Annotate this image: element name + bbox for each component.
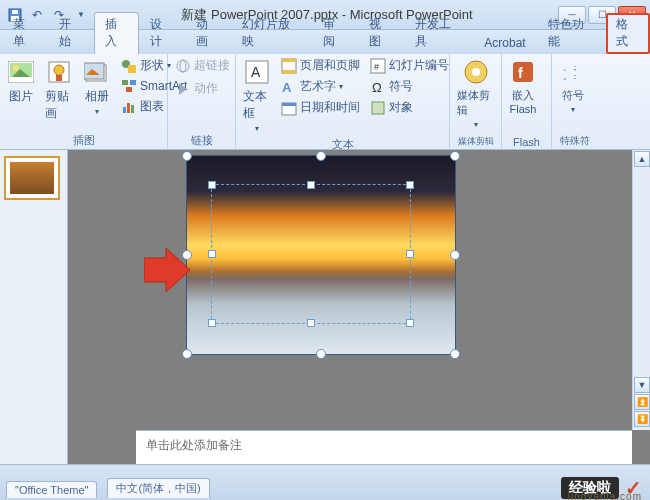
- svg-rect-38: [513, 62, 533, 82]
- red-arrow-annotation: [144, 248, 192, 292]
- status-theme: "Office Theme": [6, 481, 97, 498]
- chevron-down-icon: ▾: [95, 107, 99, 116]
- svg-text:Ω: Ω: [372, 80, 382, 95]
- slide-thumbnail-1[interactable]: [4, 156, 60, 200]
- svg-text:、；: 、；: [563, 63, 579, 72]
- group-symbols-label: 特殊符: [556, 132, 594, 149]
- vertical-scrollbar[interactable]: ▲ ▼ ⏫ ⏬: [632, 150, 650, 430]
- resize-handle-se[interactable]: [450, 349, 460, 359]
- clipart-icon: [45, 58, 73, 86]
- group-illustrations-label: 插图: [4, 131, 163, 149]
- picture-icon: [7, 58, 35, 86]
- svg-marker-42: [144, 248, 190, 292]
- prev-slide-icon[interactable]: ⏫: [634, 394, 650, 410]
- tab-format[interactable]: 格式: [606, 13, 650, 54]
- svg-rect-31: [282, 103, 296, 106]
- status-language: 中文(简体，中国): [107, 478, 209, 498]
- scroll-up-icon[interactable]: ▲: [634, 151, 650, 167]
- headerfooter-button[interactable]: 页眉和页脚: [278, 56, 363, 75]
- tab-slideshow[interactable]: 幻灯片放映: [231, 12, 312, 54]
- slidenum-button[interactable]: #幻灯片编号: [367, 56, 452, 75]
- slidenum-icon: #: [370, 58, 386, 74]
- shapes-icon: [121, 58, 137, 74]
- group-media-label: 媒体剪辑: [454, 133, 497, 149]
- notes-pane[interactable]: 单击此处添加备注: [136, 430, 632, 464]
- slide-canvas[interactable]: 单击此处添加备注 ▲ ▼ ⏫ ⏬: [68, 150, 650, 464]
- wordart-button[interactable]: A艺术字 ▾: [278, 77, 363, 96]
- album-icon: [83, 58, 111, 86]
- svg-text:。：: 。：: [563, 72, 579, 81]
- svg-rect-9: [56, 75, 62, 81]
- svg-rect-35: [372, 102, 384, 114]
- group-links-label: 链接: [172, 131, 231, 149]
- tab-view[interactable]: 视图: [358, 12, 404, 54]
- datetime-icon: [281, 100, 297, 116]
- symbol-icon: Ω: [370, 79, 386, 95]
- tab-menu[interactable]: 菜单: [2, 12, 48, 54]
- textbox-icon: A: [243, 58, 271, 86]
- inserted-image[interactable]: [186, 155, 456, 355]
- svg-rect-19: [127, 103, 130, 113]
- crop-box[interactable]: [211, 184, 411, 324]
- picture-label: 图片: [9, 88, 33, 105]
- tab-insert[interactable]: 插入: [94, 12, 140, 54]
- next-slide-icon[interactable]: ⏬: [634, 411, 650, 427]
- album-label: 相册: [85, 88, 109, 105]
- svg-rect-20: [131, 105, 134, 113]
- datetime-button[interactable]: 日期和时间: [278, 98, 363, 117]
- flash-button[interactable]: f 嵌入 Flash: [506, 56, 540, 117]
- svg-point-21: [177, 60, 189, 72]
- resize-handle-nw[interactable]: [182, 151, 192, 161]
- tab-home[interactable]: 开始: [48, 12, 94, 54]
- ribbon: 图片 剪贴画 相册 ▾ 形状 ▾ SmartArt 图表 插图 超链接 动作 链…: [0, 54, 650, 150]
- tab-acrobat[interactable]: Acrobat: [473, 32, 536, 54]
- scroll-down-icon[interactable]: ▼: [634, 377, 650, 393]
- slide-thumbnail-panel: 1: [0, 150, 68, 464]
- resize-handle-ne[interactable]: [450, 151, 460, 161]
- textbox-button[interactable]: A 文本框 ▾: [240, 56, 274, 135]
- svg-text:f: f: [518, 65, 523, 81]
- ribbon-tabs: 菜单 开始 插入 设计 动画 幻灯片放映 审阅 视图 开发工具 Acrobat …: [0, 30, 650, 54]
- action-button: 动作: [172, 79, 231, 98]
- svg-point-22: [180, 60, 186, 72]
- hyperlink-icon: [175, 58, 191, 74]
- resize-handle-e[interactable]: [450, 250, 460, 260]
- smartart-icon: [121, 78, 137, 94]
- tab-special[interactable]: 特色功能: [537, 12, 607, 54]
- svg-rect-16: [130, 80, 136, 85]
- tab-developer[interactable]: 开发工具: [404, 12, 474, 54]
- svg-rect-15: [122, 80, 128, 85]
- svg-rect-27: [282, 59, 296, 62]
- wordart-icon: A: [281, 79, 297, 95]
- svg-point-8: [54, 65, 64, 75]
- svg-rect-28: [282, 70, 296, 73]
- tab-review[interactable]: 审阅: [312, 12, 358, 54]
- picture-button[interactable]: 图片: [4, 56, 38, 107]
- media-icon: [462, 58, 490, 86]
- object-icon: [370, 100, 386, 116]
- svg-rect-14: [128, 65, 136, 73]
- resize-handle-sw[interactable]: [182, 349, 192, 359]
- chart-icon: [121, 99, 137, 115]
- tab-animations[interactable]: 动画: [185, 12, 231, 54]
- svg-text:#: #: [374, 62, 379, 72]
- notes-placeholder: 单击此处添加备注: [146, 438, 242, 452]
- tab-design[interactable]: 设计: [139, 12, 185, 54]
- resize-handle-n[interactable]: [316, 151, 326, 161]
- special-symbol-button[interactable]: 、；。： 符号 ▾: [556, 56, 590, 116]
- symbol-button[interactable]: Ω符号: [367, 77, 452, 96]
- svg-text:A: A: [251, 64, 261, 80]
- svg-point-5: [13, 65, 19, 71]
- album-button[interactable]: 相册 ▾: [80, 56, 114, 118]
- hyperlink-button: 超链接: [172, 56, 231, 75]
- headerfooter-icon: [281, 58, 297, 74]
- svg-rect-18: [123, 107, 126, 113]
- special-symbol-icon: 、；。：: [559, 58, 587, 86]
- svg-rect-17: [126, 87, 132, 92]
- svg-point-37: [472, 68, 480, 76]
- object-button[interactable]: 对象: [367, 98, 452, 117]
- clipart-button[interactable]: 剪贴画: [42, 56, 76, 124]
- media-button[interactable]: 媒体剪辑 ▾: [454, 56, 497, 131]
- resize-handle-s[interactable]: [316, 349, 326, 359]
- flash-icon: f: [509, 58, 537, 86]
